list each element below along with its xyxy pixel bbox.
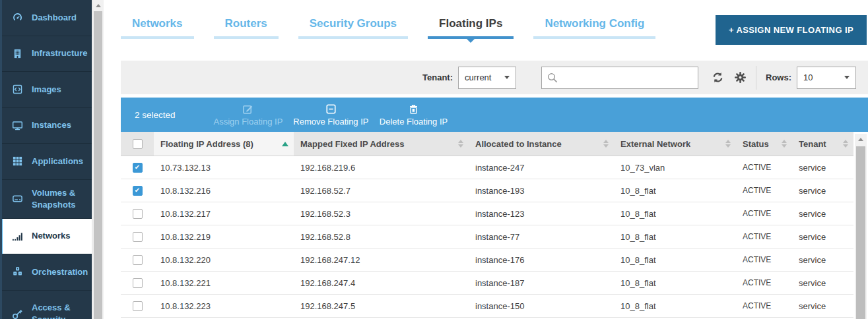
select-all-checkbox[interactable] — [133, 139, 143, 149]
assign-new-floating-ip-button[interactable]: + ASSIGN NEW FLOATING IP — [716, 15, 867, 45]
cell-status: ACTIVE — [736, 156, 792, 179]
column-header-status[interactable]: Status — [736, 132, 792, 156]
cell-floating-ip: 10.8.132.216 — [154, 179, 294, 202]
cell-external-network: 10_8_flat — [614, 272, 736, 294]
sort-arrows-icon — [725, 140, 731, 148]
refresh-icon — [712, 71, 724, 84]
sort-arrows-icon — [458, 140, 463, 148]
sidebar-item-instances[interactable]: Instances — [2, 108, 92, 144]
instances-icon — [12, 120, 23, 131]
cell-allocated-instance: instance-77 — [469, 225, 614, 248]
tab-networking-config[interactable]: Networking Config — [533, 17, 655, 39]
cell-allocated-instance: instance-193 — [469, 179, 614, 202]
cell-tenant: service — [792, 156, 853, 179]
cell-tenant: service — [792, 179, 853, 202]
tab-routers[interactable]: Routers — [214, 17, 279, 39]
sidebar: Dashboard Infrastructure Images Instance… — [0, 0, 92, 319]
row-checkbox[interactable] — [133, 209, 143, 219]
tab-security-groups[interactable]: Security Groups — [298, 17, 408, 39]
applications-icon — [12, 156, 23, 167]
sort-arrows-icon — [782, 140, 787, 148]
sort-arrows-icon — [843, 140, 848, 148]
action-assign-floating-ip[interactable]: Assign Floating IP — [209, 103, 288, 127]
tab-floating-ips[interactable]: Floating IPs — [428, 17, 514, 39]
table-row[interactable]: 10.8.132.223 192.168.247.5 instance-150 … — [121, 295, 853, 318]
floating-ips-table: Floating IP Address (8) Mapped Fixed IP … — [121, 132, 853, 318]
cell-floating-ip: 10.8.132.217 — [154, 202, 294, 225]
table-row[interactable]: 10.8.132.220 192.168.247.12 instance-176… — [121, 248, 853, 272]
search-input[interactable] — [541, 67, 698, 89]
cell-status: ACTIVE — [736, 225, 792, 248]
table-row[interactable]: 10.8.132.221 192.168.247.4 instance-187 … — [121, 272, 853, 295]
row-checkbox[interactable] — [133, 186, 143, 196]
row-checkbox[interactable] — [133, 255, 143, 265]
row-checkbox[interactable] — [133, 232, 143, 242]
cell-status: ACTIVE — [736, 202, 792, 225]
selected-count: 2 selected — [135, 110, 176, 120]
cell-external-network: 10_8_flat — [614, 225, 736, 248]
sidebar-item-images[interactable]: Images — [2, 72, 92, 108]
infrastructure-icon — [12, 48, 23, 59]
cell-allocated-instance: instance-150 — [469, 295, 614, 317]
cell-mapped-fixed-ip: 192.168.247.12 — [294, 248, 469, 271]
cell-tenant: service — [792, 295, 853, 317]
cell-allocated-instance: instance-187 — [469, 272, 614, 294]
table-row[interactable]: 10.73.132.13 192.168.219.6 instance-247 … — [121, 156, 853, 179]
cell-mapped-fixed-ip: 192.168.219.6 — [294, 156, 469, 179]
table-scrollbar-thumb[interactable] — [856, 146, 865, 319]
sidebar-scrollbar[interactable] — [92, 0, 104, 319]
scroll-up-arrow-icon[interactable] — [96, 4, 101, 7]
sidebar-item-orchestration[interactable]: Orchestration — [2, 254, 92, 291]
filter-bar: Tenant: current — [121, 61, 868, 94]
sidebar-item-volumes-snapshots[interactable]: Volumes & Snapshots — [2, 180, 92, 219]
cell-allocated-instance: instance-247 — [469, 156, 614, 179]
cell-status: ACTIVE — [736, 248, 792, 271]
cell-mapped-fixed-ip: 192.168.52.3 — [294, 202, 469, 225]
app-window: Dashboard Infrastructure Images Instance… — [0, 0, 868, 319]
bulk-action-bar: 2 selected Assign Floating IP Remove Flo… — [121, 98, 868, 132]
cell-tenant: service — [792, 225, 853, 248]
rows-select[interactable]: 10 — [797, 67, 856, 89]
action-delete-floating-ip[interactable]: Delete Floating IP — [374, 103, 453, 127]
row-checkbox[interactable] — [133, 301, 143, 311]
table-row[interactable]: 10.8.132.219 192.168.52.8 instance-77 10… — [121, 225, 853, 248]
orchestration-icon — [12, 266, 23, 277]
select-all-cell — [121, 132, 154, 156]
column-header-floating-ip-address-8[interactable]: Floating IP Address (8) — [154, 132, 294, 156]
sidebar-item-dashboard[interactable]: Dashboard — [2, 0, 92, 36]
sidebar-item-infrastructure[interactable]: Infrastructure — [2, 36, 92, 72]
row-checkbox[interactable] — [133, 163, 143, 173]
dashboard-icon — [12, 12, 23, 23]
column-header-external-network[interactable]: External Network — [614, 132, 736, 156]
sidebar-item-access-security[interactable]: Access & Security — [2, 291, 92, 319]
cell-external-network: 10_8_flat — [614, 179, 736, 202]
sidebar-item-applications[interactable]: Applications — [2, 144, 92, 180]
tab-networks[interactable]: Networks — [121, 17, 194, 39]
table-scrollbar[interactable] — [855, 134, 867, 319]
sidebar-scrollbar-thumb[interactable] — [94, 11, 102, 319]
chevron-down-icon — [504, 76, 510, 79]
scroll-up-arrow-icon[interactable] — [858, 138, 863, 141]
search-icon — [547, 72, 558, 83]
column-header-allocated-to-instance[interactable]: Allocated to Instance — [469, 132, 614, 156]
cell-external-network: 10_8_flat — [614, 295, 736, 317]
access-icon — [12, 308, 23, 319]
column-header-mapped-fixed-ip-address[interactable]: Mapped Fixed IP Address — [294, 132, 469, 156]
table-row[interactable]: 10.8.132.216 192.168.52.7 instance-193 1… — [121, 179, 853, 202]
cell-external-network: 10_8_flat — [614, 248, 736, 271]
column-header-tenant[interactable]: Tenant — [792, 132, 853, 156]
sort-arrows-icon — [603, 140, 609, 148]
cell-floating-ip: 10.8.132.223 — [154, 295, 294, 317]
action-remove-floating-ip[interactable]: Remove Floating IP — [288, 103, 374, 127]
tenant-select[interactable]: current — [458, 67, 516, 89]
table-header-row: Floating IP Address (8) Mapped Fixed IP … — [121, 132, 853, 156]
row-checkbox[interactable] — [133, 278, 143, 288]
table-row[interactable]: 10.8.132.217 192.168.52.3 instance-123 1… — [121, 202, 853, 225]
rows-select-value: 10 — [803, 72, 813, 82]
refresh-button[interactable] — [712, 71, 724, 84]
settings-button[interactable] — [734, 71, 747, 84]
cell-mapped-fixed-ip: 192.168.52.8 — [294, 225, 469, 248]
images-icon — [12, 84, 23, 95]
sidebar-item-networks[interactable]: Networks — [0, 219, 92, 255]
cell-allocated-instance: instance-123 — [469, 202, 614, 225]
